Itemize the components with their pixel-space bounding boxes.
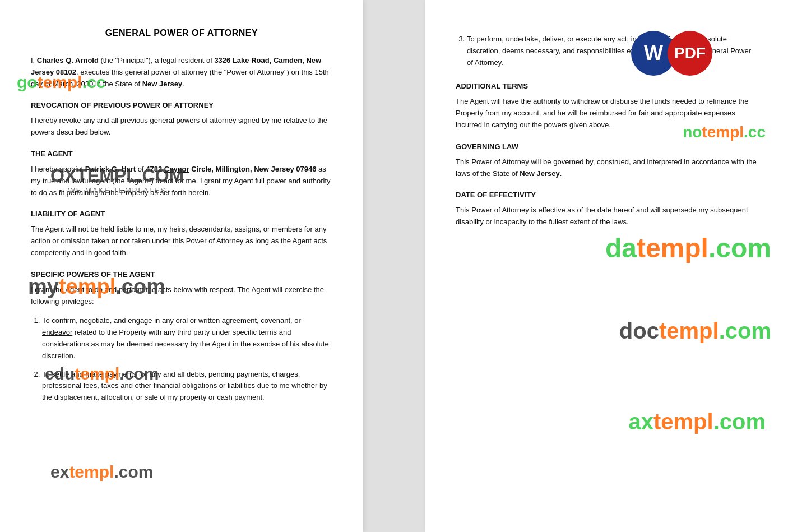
page-container: gotempl.cc OXTEMPL.COM WE MAKE TEMPLATES… xyxy=(0,0,788,532)
section-agent-body: I hereby appoint Patrick G. Hart of 4782… xyxy=(31,164,332,198)
section-specific-powers-intro: I grant the Agent to do and perform the … xyxy=(31,284,332,308)
section-revocation-heading: REVOCATION OF PREVIOUS POWER OF ATTORNEY xyxy=(31,101,332,109)
doctempl-watermark: doctempl.com xyxy=(619,318,771,344)
pdf-circle-icon: PDF xyxy=(668,31,712,76)
specific-powers-list: To confirm, negotiate, and engage in any… xyxy=(31,315,332,404)
left-page: gotempl.cc OXTEMPL.COM WE MAKE TEMPLATES… xyxy=(0,0,363,532)
right-doc-body: To perform, undertake, deliver, or execu… xyxy=(456,34,757,228)
section-liability-heading: LIABILITY OF AGENT xyxy=(31,210,332,218)
section-governing-law-body: This Power of Attorney will be governed … xyxy=(456,156,757,180)
datempl-watermark: datempl.com xyxy=(605,233,771,263)
section-date-effectivity-heading: DATE OF EFFECTIVITY xyxy=(456,191,757,199)
power-item-2: To settle and make payments for any and … xyxy=(42,369,332,404)
section-additional-terms-body: The Agent will have the authority to wit… xyxy=(456,96,757,131)
section-agent-heading: THE AGENT xyxy=(31,150,332,158)
section-date-effectivity-body: This Power of Attorney is effective as o… xyxy=(456,205,757,228)
page-gap xyxy=(363,0,410,532)
intro-paragraph: I, Charles Q. Arnold (the "Principal"), … xyxy=(31,55,332,90)
section-revocation-body: I hereby revoke any and all previous gen… xyxy=(31,115,332,138)
power-item-3: To perform, undertake, deliver, or execu… xyxy=(467,34,757,68)
section-additional-terms-heading: ADDITIONAL TERMS xyxy=(456,82,757,90)
axtempl-watermark: axtempl.com xyxy=(628,409,766,434)
section-liability-body: The Agent will not be held liable to me,… xyxy=(31,224,332,258)
left-doc-body: GENERAL POWER OF ATTORNEY I, Charles Q. … xyxy=(31,28,332,404)
power-item-1: To confirm, negotiate, and engage in any… xyxy=(42,315,332,362)
right-page: W PDF notempl.cc datempl.com doctempl.co… xyxy=(425,0,788,532)
section-governing-law-heading: GOVERNING LAW xyxy=(456,142,757,151)
extempl-watermark: extempl.com xyxy=(50,462,153,482)
section-specific-powers-heading: SPECIFIC POWERS OF THE AGENT xyxy=(31,270,332,279)
doc-title: GENERAL POWER OF ATTORNEY xyxy=(31,28,332,38)
